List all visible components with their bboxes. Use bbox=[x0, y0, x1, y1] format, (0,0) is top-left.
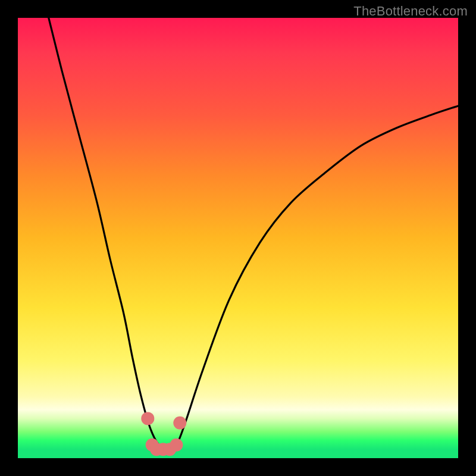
marker-group bbox=[141, 412, 186, 456]
chart-frame: TheBottleneck.com bbox=[0, 0, 476, 476]
left-marker-top-dot bbox=[141, 412, 154, 425]
bottleneck-curve bbox=[49, 18, 458, 449]
right-marker-top-dot bbox=[173, 416, 186, 430]
plot-area bbox=[18, 18, 458, 458]
watermark-text: TheBottleneck.com bbox=[353, 4, 468, 19]
right-marker-bottom-dot bbox=[170, 439, 183, 452]
bottleneck-curve-svg bbox=[18, 18, 458, 458]
